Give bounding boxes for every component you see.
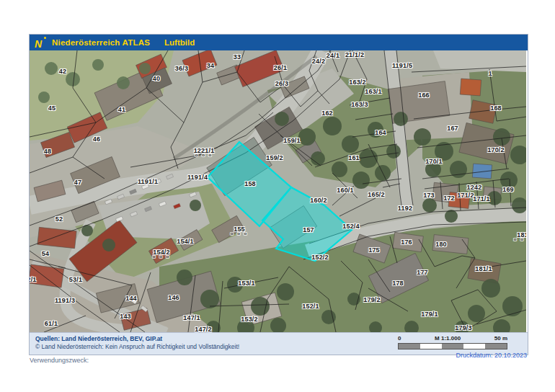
parcel-label-171-2: 171/2 [457, 192, 474, 199]
cellar-dots-icon: o o o [153, 254, 170, 259]
parcel-label-181-1: 181/1 [475, 265, 492, 272]
parcel-label-170-2: 170/2 [487, 146, 505, 153]
app-title[interactable]: Niederösterreich ATLAS [52, 38, 150, 47]
parcel-label-153-1: 153/1 [238, 280, 255, 287]
parcel-label-1221-1: 1221/1o o o [194, 147, 215, 154]
parcel-label-167: 167 [447, 125, 458, 132]
parcel-label-147-2: 147/2 [195, 326, 212, 332]
map-canvas[interactable]: 4236/340333426/126/324/224/121/1/21191/5… [30, 50, 526, 332]
parcel-label-165-2: 165/2 [368, 191, 385, 198]
parcel-label-159-1: 159/1 [283, 137, 301, 144]
parcel-label-179-3: 179/3 [455, 324, 472, 331]
cellar-dots-icon: o o o [195, 153, 213, 157]
parcel-label-169: 169 [502, 186, 514, 193]
parcel-label-152-4: 152/4 [342, 223, 360, 230]
parcel-label-171-1: 171/1 [473, 195, 490, 202]
atlas-frame: N Niederösterreich ATLAS Luftbild [29, 34, 528, 355]
parcel-label-177: 177 [417, 269, 428, 276]
map-footer-bar: Quellen: Land Niederösterreich, BEV, GIP… [30, 332, 528, 355]
purpose-label: Verwendungszweck: [30, 357, 89, 364]
scale-segments [398, 343, 507, 349]
print-page: N Niederösterreich ATLAS Luftbild [0, 0, 555, 392]
parcel-label-162: 162 [321, 110, 333, 117]
parcel-label-24-2: 24/2 [312, 58, 325, 65]
parcel-label-161: 161 [348, 154, 360, 161]
parcel-label-180: 180 [435, 241, 447, 248]
parcel-label-1191-5: 1191/5 [392, 62, 412, 69]
copyright-text: © Land Niederösterreich: Kein Anspruch a… [35, 343, 239, 351]
parcel-labels-layer: 4236/340333426/126/324/224/121/1/21191/5… [30, 50, 526, 332]
parcel-label-168: 168 [490, 104, 502, 112]
parcel-label-155: 155o o o [234, 226, 245, 233]
parcel-label-173: 173 [423, 192, 435, 199]
header-bar: N Niederösterreich ATLAS Luftbild [30, 35, 528, 50]
parcel-label-21-1-2: 21/1/2 [345, 51, 364, 58]
parcel-label-34: 34 [207, 62, 214, 69]
parcel-label-1191-3: 1191/3 [55, 297, 75, 304]
parcel-label-160-1: 160/1 [337, 187, 354, 194]
parcel-label-42: 42 [59, 68, 66, 75]
scale-ratio-label: M 1:1.000 [435, 335, 461, 342]
parcel-label-163-2: 163/2 [349, 79, 366, 86]
parcel-label-26-1: 26/1 [274, 64, 287, 71]
cellar-dots-icon: o o o [514, 237, 526, 241]
parcel-label-178: 178 [392, 280, 404, 287]
parcel-label-159-2: 159/2 [266, 154, 283, 161]
parcel-label-163-3: 163/3 [351, 101, 368, 108]
parcel-label-152-2: 152/2 [311, 254, 329, 261]
parcel-label-170-1: 170/1 [425, 158, 443, 165]
cellar-dots-icon: o o o [231, 231, 248, 236]
parcel-label-176: 176 [401, 239, 412, 246]
parcel-label-2-1: 2/1 [30, 276, 37, 283]
parcel-label-1191-4: 1191/4 [187, 174, 208, 181]
sources-block: Quellen: Land Niederösterreich, BEV, GIP… [30, 333, 239, 351]
parcel-label-152-1: 152/1 [302, 303, 319, 310]
parcel-label-143: 143 [120, 313, 131, 320]
parcel-label-1242: 1242 [467, 184, 482, 191]
parcel-label-179-1: 179/1 [421, 311, 438, 318]
parcel-label-154-2: 154/2o o o [153, 249, 170, 256]
parcel-label-147-1: 147/1 [183, 314, 200, 321]
parcel-label-46: 46 [93, 135, 100, 143]
parcel-label-157: 157 [303, 226, 314, 233]
scale-zero-label: 0 [398, 335, 401, 342]
noe-logo-icon[interactable]: N [35, 37, 46, 48]
parcel-label-163-1: 163/1 [365, 88, 382, 95]
scale-labels: 0 M 1:1.000 50 m [398, 335, 507, 342]
parcel-label-61-1: 61/1 [45, 320, 58, 327]
parcel-label-158: 158 [244, 180, 256, 187]
scale-bar: 0 M 1:1.000 50 m [398, 335, 507, 349]
logo-letter: N [35, 38, 42, 50]
sources-text: Quellen: Land Niederösterreich, BEV, GIP… [35, 335, 239, 343]
parcel-label-53-1: 53/1 [69, 276, 82, 283]
parcel-label-47: 47 [74, 179, 81, 186]
parcel-label-144: 144 [125, 295, 137, 302]
parcel-label-52: 52 [56, 215, 63, 223]
parcel-label-160-2: 160/2 [310, 197, 327, 204]
parcel-label-1: 1 [488, 70, 492, 77]
parcel-label-33: 33 [234, 53, 241, 61]
parcel-label-1191-1: 1191/1 [138, 178, 158, 185]
parcel-label-54: 54 [42, 250, 49, 257]
parcel-label-166: 166 [418, 92, 430, 99]
parcel-label-153-2: 153/2 [241, 316, 258, 323]
scale-max-label: 50 m [494, 335, 507, 342]
parcel-label-181: 181o o o [517, 231, 526, 239]
parcel-label-164: 164 [375, 129, 386, 136]
parcel-label-24-1: 24/1 [327, 52, 339, 59]
parcel-label-41: 41 [118, 106, 125, 113]
parcel-label-48: 48 [44, 148, 51, 155]
view-title-luftbild[interactable]: Luftbild [164, 38, 195, 47]
parcel-label-45: 45 [48, 104, 56, 112]
parcel-label-175: 175 [368, 246, 380, 254]
parcel-label-172: 172 [443, 195, 455, 202]
print-date: Druckdatum: 20.10.2023 [456, 352, 527, 359]
parcel-label-146: 146 [168, 294, 179, 301]
parcel-label-26-3: 26/3 [275, 80, 288, 87]
parcel-label-179-2: 179/2 [363, 296, 381, 303]
parcel-label-40: 40 [153, 75, 160, 82]
parcel-label-154-1: 154/1 [177, 238, 194, 245]
parcel-label-36-3: 36/3 [175, 65, 188, 72]
parcel-label-1192: 1192 [398, 205, 412, 212]
